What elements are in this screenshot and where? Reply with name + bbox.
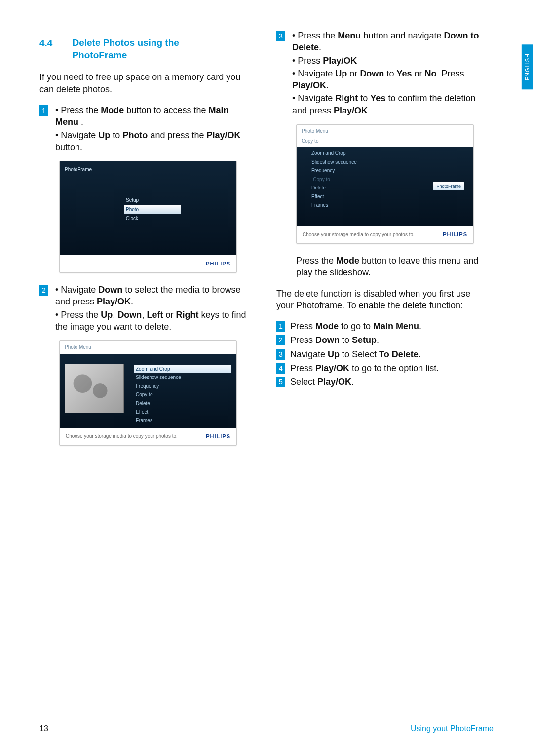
enable-step-5: 5 Select Play/OK. <box>276 376 489 388</box>
enable-badge-1: 1 <box>276 321 285 332</box>
step-1: 1 Press the Mode button to access the Ma… <box>39 104 252 154</box>
shot1-brand: PHILIPS <box>206 260 230 267</box>
step3-bullet2: Press Play/OK <box>292 55 489 67</box>
page-footer: 13 Using yout PhotoFrame <box>39 723 494 734</box>
step3-bullet3: Navigate Up or Down to Yes or No. Press … <box>292 68 489 92</box>
shot1-menu: Setup Photo Clock <box>124 196 181 223</box>
step3-bullet4: Navigate Right to Yes to confirm the del… <box>292 92 489 116</box>
left-column: 4.4 Delete Photos using the PhotoFrame I… <box>39 30 252 456</box>
section-number: 4.4 <box>39 37 52 61</box>
shot3-caption: Choose your storage media to copy your p… <box>303 231 415 238</box>
step-badge-3: 3 <box>276 31 285 41</box>
screenshot-photo-menu-thumb: Photo Menu Zoom and Crop Slideshow seque… <box>59 340 237 445</box>
shot2-item-slideshow: Slideshow sequence <box>134 373 231 382</box>
enable-intro: The delete function is disabled when you… <box>276 288 489 312</box>
step2-bullet1: Navigate Down to select the media to bro… <box>55 284 252 308</box>
shot2-item-frames: Frames <box>134 416 231 425</box>
footer-title: Using yout PhotoFrame <box>411 723 494 734</box>
step1-bullet2: Navigate Up to Photo and press the Play/… <box>55 129 252 153</box>
shot1-item-photo: Photo <box>124 205 181 214</box>
section-title: Delete Photos using the PhotoFrame <box>72 37 179 61</box>
shot3-item-zoom: Zoom and Crop <box>311 149 473 158</box>
shot2-item-frequency: Frequency <box>134 382 231 391</box>
shot1-label: PhotoFrame <box>65 166 92 173</box>
enable-badge-3: 3 <box>276 349 285 360</box>
shot3-header: Photo Menu <box>297 125 473 138</box>
shot3-item-effect: Effect <box>311 192 473 201</box>
shot3-brand: PHILIPS <box>443 231 467 238</box>
shot1-item-setup: Setup <box>124 196 181 205</box>
shot2-item-zoom: Zoom and Crop <box>134 365 231 374</box>
right-column: 3 Press the Menu button and navigate Dow… <box>276 30 489 456</box>
shot2-item-effect: Effect <box>134 408 231 416</box>
step3-bullet1: Press the Menu button and navigate Down … <box>292 30 489 54</box>
shot2-header: Photo Menu <box>60 341 236 354</box>
shot3-subheader: Copy to <box>297 138 473 148</box>
after-step3-paragraph: Press the Mode button to leave this menu… <box>296 255 489 279</box>
shot3-item-slideshow: Slideshow sequence <box>311 158 473 167</box>
enable-step-1: 1 Press Mode to go to Main Menu. <box>276 320 489 332</box>
shot2-thumbnail <box>65 364 124 413</box>
enable-step-4: 4 Press Play/OK to go to the option list… <box>276 362 489 374</box>
language-tab: ENGLISH <box>522 44 533 89</box>
shot2-brand: PHILIPS <box>206 433 230 440</box>
step2-bullet2: Press the Up, Down, Left or Right keys t… <box>55 309 252 333</box>
shot2-caption: Choose your storage media to copy your p… <box>66 433 178 440</box>
shot2-item-delete: Delete <box>134 399 231 408</box>
enable-step-3: 3 Navigate Up to Select To Delete. <box>276 348 489 360</box>
shot2-menu: Zoom and Crop Slideshow sequence Frequen… <box>129 354 236 428</box>
intro-paragraph: If you need to free up space on a memory… <box>39 71 252 95</box>
screenshot-main-menu: PhotoFrame Setup Photo Clock PHILIPS <box>59 161 237 273</box>
step-2: 2 Navigate Down to select the media to b… <box>39 284 252 334</box>
shot3-menu: Zoom and Crop Slideshow sequence Frequen… <box>297 147 473 215</box>
step-3: 3 Press the Menu button and navigate Dow… <box>276 30 489 117</box>
shot2-item-copy: Copy to <box>134 390 231 399</box>
screenshot-photo-menu-copy: Photo Menu Copy to Zoom and Crop Slidesh… <box>296 124 474 244</box>
enable-steps: 1 Press Mode to go to Main Menu. 2 Press… <box>276 320 489 388</box>
enable-step-2: 2 Press Down to Setup. <box>276 334 489 346</box>
enable-badge-4: 4 <box>276 363 285 374</box>
section-heading: 4.4 Delete Photos using the PhotoFrame <box>39 37 252 61</box>
step-badge-1: 1 <box>39 105 48 116</box>
enable-badge-5: 5 <box>276 377 285 387</box>
shot3-pill: PhotoFrame <box>433 182 464 190</box>
shot3-item-frames: Frames <box>311 201 473 210</box>
page-number: 13 <box>39 723 48 734</box>
section-rule <box>39 30 222 30</box>
section-title-line1: Delete Photos using the <box>72 38 179 48</box>
shot1-item-clock: Clock <box>124 214 181 223</box>
step1-bullet1: Press the Mode button to access the Main… <box>55 104 252 128</box>
step-badge-2: 2 <box>39 285 48 296</box>
section-title-line2: PhotoFrame <box>72 50 127 60</box>
enable-badge-2: 2 <box>276 335 285 345</box>
shot3-item-frequency: Frequency <box>311 166 473 175</box>
